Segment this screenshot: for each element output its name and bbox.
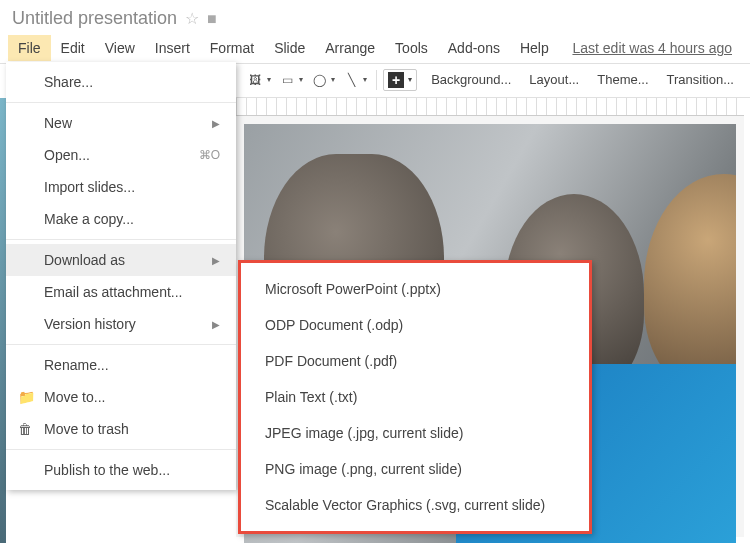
submenu-item-png[interactable]: PNG image (.png, current slide) xyxy=(241,451,589,487)
menu-separator xyxy=(6,344,236,345)
menu-item-email-attachment[interactable]: Email as attachment... xyxy=(6,276,236,308)
ruler xyxy=(236,98,744,116)
menu-slide[interactable]: Slide xyxy=(264,35,315,61)
header-bar: Untitled presentation ☆ ■ xyxy=(0,0,750,33)
insert-image-icon[interactable]: 🖼 xyxy=(244,68,274,92)
new-slide-button[interactable]: +▾ xyxy=(383,69,417,91)
menu-help[interactable]: Help xyxy=(510,35,559,61)
submenu-item-pdf[interactable]: PDF Document (.pdf) xyxy=(241,343,589,379)
submenu-arrow-icon: ▶ xyxy=(212,255,220,266)
folder-icon[interactable]: ■ xyxy=(207,10,217,28)
submenu-arrow-icon: ▶ xyxy=(212,319,220,330)
layout-button[interactable]: Layout... xyxy=(521,68,587,91)
menu-separator xyxy=(6,102,236,103)
menu-separator xyxy=(6,449,236,450)
shortcut-label: ⌘O xyxy=(199,148,220,162)
menu-item-share[interactable]: Share... xyxy=(6,66,236,98)
menu-item-version-history[interactable]: Version history▶ xyxy=(6,308,236,340)
folder-icon: 📁 xyxy=(18,389,35,405)
toolbar: 🖼 ▭ ◯ ╲ +▾ Background... Layout... Theme… xyxy=(236,62,750,98)
menu-insert[interactable]: Insert xyxy=(145,35,200,61)
menu-arrange[interactable]: Arrange xyxy=(315,35,385,61)
menu-item-move-to-trash[interactable]: 🗑Move to trash xyxy=(6,413,236,445)
text-box-icon[interactable]: ▭ xyxy=(276,68,306,92)
separator xyxy=(376,70,377,90)
submenu-arrow-icon: ▶ xyxy=(212,118,220,129)
menu-edit[interactable]: Edit xyxy=(51,35,95,61)
submenu-item-svg[interactable]: Scalable Vector Graphics (.svg, current … xyxy=(241,487,589,523)
menu-item-import-slides[interactable]: Import slides... xyxy=(6,171,236,203)
transition-button[interactable]: Transition... xyxy=(659,68,742,91)
submenu-item-pptx[interactable]: Microsoft PowerPoint (.pptx) xyxy=(241,271,589,307)
theme-button[interactable]: Theme... xyxy=(589,68,656,91)
menu-separator xyxy=(6,239,236,240)
menu-format[interactable]: Format xyxy=(200,35,264,61)
menu-item-open[interactable]: Open...⌘O xyxy=(6,139,236,171)
menu-tools[interactable]: Tools xyxy=(385,35,438,61)
menu-item-rename[interactable]: Rename... xyxy=(6,349,236,381)
submenu-item-txt[interactable]: Plain Text (.txt) xyxy=(241,379,589,415)
background-button[interactable]: Background... xyxy=(423,68,519,91)
menu-addons[interactable]: Add-ons xyxy=(438,35,510,61)
menu-item-move-to[interactable]: 📁Move to... xyxy=(6,381,236,413)
doc-title[interactable]: Untitled presentation xyxy=(12,8,177,29)
last-edit-link[interactable]: Last edit was 4 hours ago xyxy=(572,40,742,56)
download-as-submenu: Microsoft PowerPoint (.pptx) ODP Documen… xyxy=(238,260,592,534)
menu-view[interactable]: View xyxy=(95,35,145,61)
submenu-item-jpeg[interactable]: JPEG image (.jpg, current slide) xyxy=(241,415,589,451)
star-icon[interactable]: ☆ xyxy=(185,9,199,28)
menubar: File Edit View Insert Format Slide Arran… xyxy=(0,33,750,64)
shape-icon[interactable]: ◯ xyxy=(308,68,338,92)
trash-icon: 🗑 xyxy=(18,421,32,437)
menu-file[interactable]: File xyxy=(8,35,51,61)
menu-item-new[interactable]: New▶ xyxy=(6,107,236,139)
menu-item-publish-web[interactable]: Publish to the web... xyxy=(6,454,236,486)
menu-item-download-as[interactable]: Download as▶ xyxy=(6,244,236,276)
submenu-item-odp[interactable]: ODP Document (.odp) xyxy=(241,307,589,343)
file-dropdown-menu: Share... New▶ Open...⌘O Import slides...… xyxy=(6,62,236,490)
line-icon[interactable]: ╲ xyxy=(340,68,370,92)
menu-item-make-copy[interactable]: Make a copy... xyxy=(6,203,236,235)
